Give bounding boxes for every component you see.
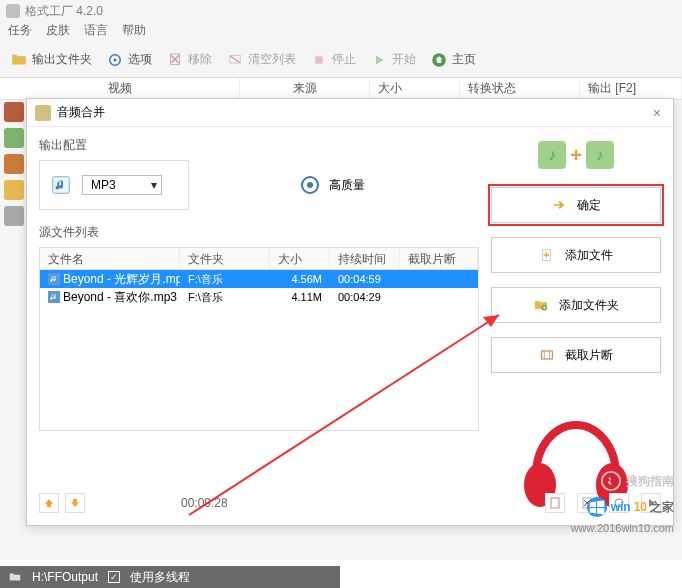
side-tab-3[interactable] xyxy=(4,154,24,174)
plus-icon: + xyxy=(570,144,582,167)
close-button[interactable]: × xyxy=(649,105,665,121)
format-select[interactable]: MP3 xyxy=(82,175,162,195)
output-folder-button[interactable]: 输出文件夹 xyxy=(6,49,96,71)
mini-btn-1[interactable] xyxy=(545,493,565,513)
source-file-box: 源文件列表 文件名 文件夹 大小 持续时间 截取片断 Beyond - 光辉岁月… xyxy=(39,224,479,431)
svg-point-18 xyxy=(602,472,620,490)
format-value: MP3 xyxy=(91,178,116,192)
cell-size: 4.56M xyxy=(270,272,330,286)
add-file-icon xyxy=(539,247,555,263)
dialog-titlebar: 音频合并 × xyxy=(27,99,673,127)
total-duration: 00:09:28 xyxy=(181,496,228,510)
cell-name: Beyond - 喜欢你.mp3 xyxy=(40,288,180,307)
app-icon xyxy=(6,4,20,18)
clip-button[interactable]: 截取片断 xyxy=(491,337,661,373)
home-label: 主页 xyxy=(452,51,476,68)
side-tab-4[interactable] xyxy=(4,180,24,200)
multithread-label: 使用多线程 xyxy=(130,569,190,586)
side-tab-5[interactable] xyxy=(4,206,24,226)
clip-icon xyxy=(539,347,555,363)
add-file-button[interactable]: 添加文件 xyxy=(491,237,661,273)
ok-button[interactable]: 确定 xyxy=(491,187,661,223)
source-table: 文件名 文件夹 大小 持续时间 截取片断 Beyond - 光辉岁月.mp3 F… xyxy=(39,247,479,431)
side-tab-2[interactable] xyxy=(4,128,24,148)
col-output[interactable]: 输出 [F2] xyxy=(580,78,682,99)
note-icon: ♪ xyxy=(538,141,566,169)
options-icon xyxy=(106,51,124,69)
th-duration[interactable]: 持续时间 xyxy=(330,248,400,269)
remove-icon xyxy=(166,51,184,69)
arrow-up-icon xyxy=(43,497,55,509)
home-button[interactable]: 主页 xyxy=(426,49,480,71)
clip-label: 截取片断 xyxy=(565,347,613,364)
cell-name: Beyond - 光辉岁月.mp3 xyxy=(40,270,180,289)
table-header: 文件名 文件夹 大小 持续时间 截取片断 xyxy=(40,248,478,270)
stop-label: 停止 xyxy=(332,51,356,68)
right-panel: ♪ + ♪ 确定 添加文件 添加文件夹 截取片断 xyxy=(491,137,661,515)
dialog-title: 音频合并 xyxy=(57,104,105,121)
quality-icon xyxy=(301,176,319,194)
toolbar: 输出文件夹 选项 移除 清空列表 停止 开始 主页 xyxy=(0,42,682,78)
watermark-1: 搜狗指南 xyxy=(600,470,674,492)
svg-point-1 xyxy=(114,58,117,61)
table-row[interactable]: Beyond - 光辉岁月.mp3 F:\音乐 4.56M 00:04:59 xyxy=(40,270,478,288)
add-folder-label: 添加文件夹 xyxy=(559,297,619,314)
clear-list-button[interactable]: 清空列表 xyxy=(222,49,300,71)
doc-icon xyxy=(549,497,561,509)
main-window: 格式工厂 4.2.0 任务 皮肤 语言 帮助 输出文件夹 选项 移除 清空列表 … xyxy=(0,0,682,560)
menu-skin[interactable]: 皮肤 xyxy=(46,22,70,42)
watermark-host: www.2016win10.com xyxy=(571,522,674,534)
ok-label: 确定 xyxy=(577,197,601,214)
menubar: 任务 皮肤 语言 帮助 xyxy=(0,22,682,42)
dialog-bottom-row: 00:09:28 xyxy=(39,491,661,515)
cell-size: 4.11M xyxy=(270,290,330,304)
audio-format-icon xyxy=(50,174,72,196)
th-name[interactable]: 文件名 xyxy=(40,248,180,269)
add-file-label: 添加文件 xyxy=(565,247,613,264)
clear-icon xyxy=(226,51,244,69)
output-folder-label: 输出文件夹 xyxy=(32,51,92,68)
col-source[interactable]: 来源 xyxy=(240,78,370,99)
stop-button[interactable]: 停止 xyxy=(306,49,360,71)
options-button[interactable]: 选项 xyxy=(102,49,156,71)
cell-duration: 00:04:59 xyxy=(330,272,400,286)
th-size[interactable]: 大小 xyxy=(270,248,330,269)
side-tab-1[interactable] xyxy=(4,102,24,122)
source-list-label: 源文件列表 xyxy=(39,224,479,241)
quality-button[interactable]: 高质量 xyxy=(203,160,463,210)
col-video[interactable]: 视频 xyxy=(0,78,240,99)
svg-rect-4 xyxy=(315,56,323,64)
folder-icon xyxy=(8,570,22,584)
folder-icon xyxy=(10,51,28,69)
th-folder[interactable]: 文件夹 xyxy=(180,248,270,269)
add-folder-button[interactable]: 添加文件夹 xyxy=(491,287,661,323)
table-row[interactable]: Beyond - 喜欢你.mp3 F:\音乐 4.11M 00:04:29 xyxy=(40,288,478,306)
th-range[interactable]: 截取片断 xyxy=(400,248,478,269)
col-status[interactable]: 转换状态 xyxy=(460,78,580,99)
menu-help[interactable]: 帮助 xyxy=(122,22,146,42)
multithread-checkbox[interactable]: ✓ xyxy=(108,571,120,583)
start-label: 开始 xyxy=(392,51,416,68)
move-down-button[interactable] xyxy=(65,493,85,513)
svg-rect-14 xyxy=(551,498,559,508)
move-up-button[interactable] xyxy=(39,493,59,513)
cell-folder: F:\音乐 xyxy=(180,289,270,306)
menu-task[interactable]: 任务 xyxy=(8,22,32,42)
dialog-body: 输出配置 MP3 高质量 ♪ + ♪ 确定 xyxy=(27,127,673,525)
statusbar: H:\FFOutput ✓ 使用多线程 xyxy=(0,566,340,588)
menu-lang[interactable]: 语言 xyxy=(84,22,108,42)
main-columns: 视频 来源 大小 转换状态 输出 [F2] xyxy=(0,78,682,100)
table-body: Beyond - 光辉岁月.mp3 F:\音乐 4.56M 00:04:59 B… xyxy=(40,270,478,430)
output-config-box: MP3 xyxy=(39,160,189,210)
audio-merge-dialog: 音频合并 × 输出配置 MP3 高质量 ♪ + ♪ xyxy=(26,98,674,526)
start-icon xyxy=(370,51,388,69)
start-button[interactable]: 开始 xyxy=(366,49,420,71)
titlebar: 格式工厂 4.2.0 xyxy=(0,0,682,22)
col-size[interactable]: 大小 xyxy=(370,78,460,99)
arrow-right-icon xyxy=(551,197,567,213)
merge-graphic: ♪ + ♪ xyxy=(491,137,661,173)
add-folder-icon xyxy=(533,297,549,313)
dialog-icon xyxy=(35,105,51,121)
arrow-down-icon xyxy=(69,497,81,509)
remove-button[interactable]: 移除 xyxy=(162,49,216,71)
